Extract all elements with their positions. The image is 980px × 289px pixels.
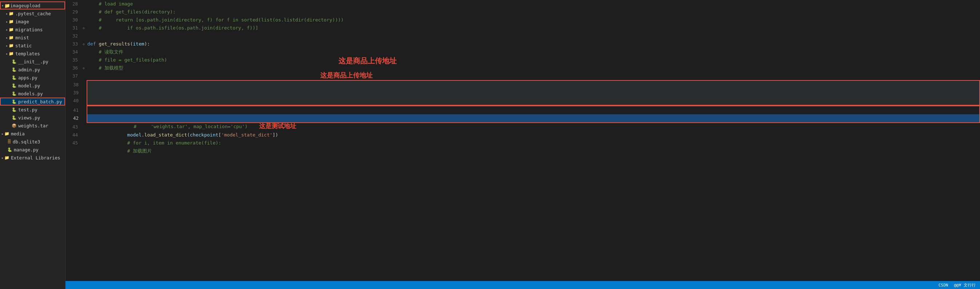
folder-icon: 📁 [9,11,14,16]
gutter-indicator [81,16,87,24]
red-box-checkpoint: 38 checkpoint = torch.load( 39 'D:/ziran… [87,80,980,106]
code-line-43: 43 model.load_state_dict(checkpoint['mod… [65,123,980,131]
code-content[interactable]: model = Net() 这是商品上传地址 [87,72,980,80]
sidebar-item-imageupload[interactable]: 📁 imageupload [0,2,65,10]
sidebar-item-templates[interactable]: 📁 templates [0,49,65,57]
code-line-37: 37 model = Net() 这是商品上传地址 [65,72,980,80]
gutter-indicator: ◇ [81,40,87,48]
chevron-right-icon [6,52,8,56]
sidebar-item-migrations[interactable]: 📁 migrations [0,25,65,33]
python-file-icon: 🐍 [7,148,13,152]
archive-file-icon: 📦 [12,123,17,128]
sidebar-label: models.py [18,91,43,97]
folder-icon: 📁 [9,51,14,56]
python-file-icon: 🐍 [12,115,17,120]
folder-icon: 📁 [4,132,10,136]
chevron-down-icon [2,4,4,8]
line-number: 32 [65,32,81,40]
chevron-right-icon [2,132,4,136]
line-number: 36 [65,64,81,72]
python-file-icon: 🐍 [12,67,17,72]
line-number: 33 [65,40,81,48]
code-content[interactable]: def get_results(item): [87,40,980,48]
gutter-indicator [81,97,88,105]
sidebar-item-weights-tar[interactable]: 📦 weights.tar [0,122,65,130]
code-content[interactable]: # checkpoint = torch.load( [88,106,979,114]
sidebar-label: admin.py [18,67,40,72]
sidebar-item-test[interactable]: 🐍 test.py [0,106,65,114]
sidebar-item-apps[interactable]: 🐍 apps.py [0,73,65,81]
python-file-icon: 🐍 [12,99,17,104]
code-content[interactable]: # 加载图片 [87,139,980,147]
gutter-indicator [81,56,87,64]
sidebar-item-mnist[interactable]: 📁 mnist [0,33,65,41]
line-number: 39 [66,89,81,97]
folder-icon: 📁 [9,43,14,48]
chevron-right-icon [6,44,8,48]
gutter-indicator [81,48,87,56]
code-content[interactable]: map_location='cpu') [88,97,979,105]
gutter-indicator: ◇ [81,64,87,72]
sidebar-item-models[interactable]: 🐍 models.py [0,89,65,98]
chinese-annotation-1: 这是商品上传地址 [320,71,373,79]
code-content[interactable]: 'D:/ziranyuyanchuli/Pycharm/卷积神经网络/项目2 服… [88,89,979,97]
code-line-44: 44 # for i, item in enumerate(file): [65,131,980,139]
code-content[interactable]: # 读取文件 [87,48,980,56]
code-content[interactable]: # def get_files(directory): [87,8,980,16]
gutter-indicator [81,81,88,89]
code-content[interactable]: checkpoint = torch.load( [88,81,979,89]
sidebar-item-admin[interactable]: 🐍 admin.py [0,65,65,73]
sidebar-item-image[interactable]: 📁 image [0,17,65,25]
code-content[interactable] [87,32,980,40]
status-csdn: CSDN [939,283,948,287]
line-number: 45 [65,139,81,147]
python-file-icon: 🐍 [12,107,17,112]
sidebar-label: predict_batch.py [18,99,62,105]
sidebar-item-views[interactable]: 🐍 views.py [0,114,65,122]
code-line-35: 35 # file = get_files(path) [65,56,980,64]
line-number: 44 [65,131,81,139]
sidebar-item-media[interactable]: 📁 media [0,130,65,138]
line-number: 29 [65,8,81,16]
gutter-indicator [81,106,88,114]
line-number: 41 [66,106,81,114]
code-content[interactable]: # return [os.path.join(directory, f) for… [87,16,980,24]
sidebar-item-external-libs[interactable]: 📁 External Libraries [0,154,65,162]
sidebar-item-pytest-cache[interactable]: 📁 .pytest_cache [0,10,65,17]
line-number: 30 [65,16,81,24]
code-line-34: 34 # 读取文件 [65,48,980,56]
sidebar-item-model[interactable]: 🐍 model.py [0,81,65,89]
chevron-right-icon [6,12,8,16]
gutter-indicator [81,114,88,122]
code-content[interactable]: # load image [87,0,980,8]
sidebar-item-predict-batch[interactable]: 🐍 predict_batch.py [0,98,65,106]
python-file-icon: 🐍 [12,83,17,88]
line-number: 37 [65,72,81,80]
status-user: @@¥ 文行行 [954,283,976,288]
line-number: 42 [66,114,81,122]
code-editor[interactable]: 28 # load image 29 # def get_files(direc… [65,0,980,281]
code-content[interactable]: # 加载模型 [87,64,980,72]
sidebar-item-static[interactable]: 📁 static [0,41,65,49]
code-content[interactable]: # 'weights.tar', map_location='cpu') 这是测… [88,114,979,122]
folder-icon: 📁 [9,19,14,24]
code-content[interactable]: model.load_state_dict(checkpoint['model_… [87,123,980,131]
sidebar-item-db[interactable]: 🗄 db.sqlite3 [0,138,65,146]
folder-icon: 📁 [9,35,14,40]
sidebar-item-init[interactable]: 🐍 __init__.py [0,57,65,65]
sidebar-label: templates [15,51,40,56]
code-line-41: 41 # checkpoint = torch.load( [88,106,979,114]
code-content[interactable]: # if os.path.isfile(os.path.join(directo… [87,24,980,32]
code-content[interactable]: # file = get_files(path) [87,56,980,64]
code-line-36: 36 ◇ # 加载模型 [65,64,980,72]
code-line-29: 29 # def get_files(directory): [65,8,980,16]
chevron-right-icon [2,156,4,160]
sidebar-label: mnist [15,35,29,40]
gutter-indicator [81,139,87,147]
gutter-indicator: ◇ [81,24,87,32]
folder-icon: 📁 [9,27,14,32]
sidebar-label: manage.py [14,147,38,152]
sidebar-item-manage[interactable]: 🐍 manage.py [0,146,65,154]
chevron-right-icon [6,20,8,24]
code-content[interactable]: # for i, item in enumerate(file): [87,131,980,139]
